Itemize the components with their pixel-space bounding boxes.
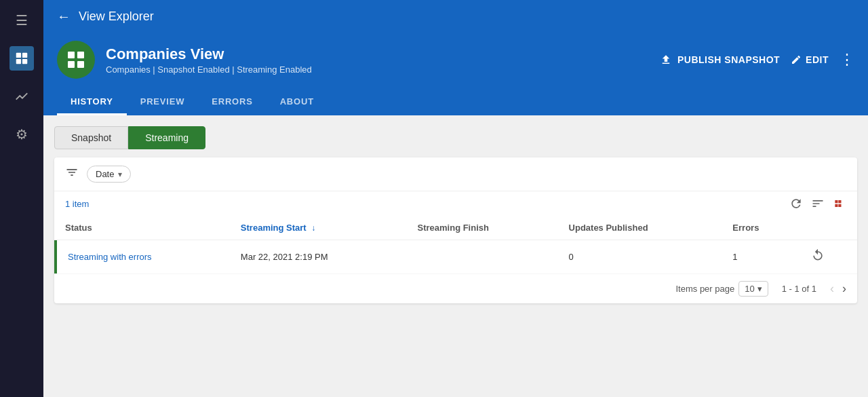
- page-info: 1 - 1 of 1: [782, 284, 816, 294]
- tab-preview[interactable]: PREVIEW: [127, 90, 199, 115]
- tab-about[interactable]: ABOUT: [267, 90, 328, 115]
- row-accent: [54, 240, 57, 273]
- svg-rect-0: [16, 53, 21, 58]
- sort-options-button[interactable]: [811, 197, 825, 210]
- items-per-page: Items per page 10 ▾: [676, 281, 768, 297]
- menu-icon[interactable]: ☰: [9, 8, 34, 33]
- date-filter[interactable]: Date ▾: [87, 166, 131, 183]
- table-card: Date ▾ 1 item: [54, 157, 857, 303]
- pagination-bar: Items per page 10 ▾ 1 - 1 of 1 ‹ ›: [54, 274, 857, 303]
- items-per-page-label: Items per page: [676, 284, 735, 294]
- sub-tabs: Snapshot Streaming: [54, 126, 857, 149]
- refresh-button[interactable]: [789, 197, 803, 210]
- cell-updates-published: 0: [558, 240, 722, 274]
- page-title: View Explorer: [79, 10, 154, 24]
- view-subtitle: Companies | Snapshot Enabled | Streaming…: [106, 64, 312, 75]
- col-status: Status: [54, 216, 230, 240]
- sidebar: ☰ ⚙: [0, 0, 43, 397]
- publish-snapshot-button[interactable]: PUBLISH SNAPSHOT: [660, 54, 780, 66]
- cell-status: Streaming with errors: [54, 240, 230, 274]
- date-filter-label: Date: [96, 169, 114, 179]
- col-actions: [800, 216, 857, 240]
- col-errors: Errors: [722, 216, 800, 240]
- svg-rect-1: [22, 53, 27, 58]
- data-table: Status Streaming Start ↓ Streaming Finis…: [54, 216, 857, 274]
- edit-button[interactable]: EDIT: [791, 54, 829, 65]
- tab-errors[interactable]: ERRORS: [198, 90, 266, 115]
- header-actions: PUBLISH SNAPSHOT EDIT ⋮: [660, 52, 854, 67]
- header-tabs: HISTORY PREVIEW ERRORS ABOUT: [57, 90, 854, 115]
- table-actions: [789, 197, 846, 210]
- col-streaming-finish: Streaming Finish: [407, 216, 558, 240]
- table-toolbar: Date ▾: [54, 157, 857, 191]
- per-page-value: 10: [745, 284, 754, 294]
- svg-rect-2: [16, 59, 21, 64]
- col-updates-published: Updates Published: [558, 216, 722, 240]
- sort-icon: ↓: [311, 223, 315, 233]
- sub-tab-snapshot[interactable]: Snapshot: [54, 126, 128, 149]
- view-icon: [57, 41, 95, 79]
- topbar: ← View Explorer: [43, 0, 868, 33]
- columns-button[interactable]: [833, 197, 846, 210]
- cell-errors: 1: [722, 240, 800, 274]
- table-info-bar: 1 item: [54, 191, 857, 216]
- cell-streaming-finish: [407, 240, 558, 274]
- main-content: ← View Explorer Companies View Companies…: [43, 0, 868, 397]
- content-area: Snapshot Streaming Date ▾ 1 item: [43, 115, 868, 397]
- view-title: Companies View: [106, 45, 312, 63]
- grid-icon[interactable]: [9, 46, 34, 71]
- sub-tab-streaming[interactable]: Streaming: [128, 126, 205, 149]
- cell-replay: [800, 240, 857, 274]
- replay-button[interactable]: [811, 248, 825, 265]
- svg-rect-7: [77, 61, 84, 68]
- col-streaming-start[interactable]: Streaming Start ↓: [230, 216, 407, 240]
- item-count: 1 item: [65, 199, 89, 209]
- chart-icon[interactable]: [9, 84, 34, 109]
- back-button[interactable]: ←: [57, 9, 71, 24]
- settings-icon[interactable]: ⚙: [9, 122, 34, 147]
- status-link[interactable]: Streaming with errors: [68, 252, 152, 262]
- svg-rect-6: [68, 61, 75, 68]
- per-page-select[interactable]: 10 ▾: [738, 281, 768, 297]
- header-left: Companies View Companies | Snapshot Enab…: [57, 41, 312, 79]
- filter-icon[interactable]: [65, 166, 79, 183]
- cell-streaming-start: Mar 22, 2021 2:19 PM: [230, 240, 407, 274]
- svg-rect-4: [68, 52, 75, 58]
- date-filter-arrow: ▾: [118, 170, 122, 179]
- header-top: Companies View Companies | Snapshot Enab…: [57, 41, 854, 79]
- svg-rect-3: [22, 59, 27, 64]
- prev-page-button[interactable]: ‹: [830, 282, 834, 296]
- view-info: Companies View Companies | Snapshot Enab…: [106, 45, 312, 75]
- more-options-button[interactable]: ⋮: [840, 52, 854, 67]
- next-page-button[interactable]: ›: [842, 282, 846, 296]
- per-page-arrow: ▾: [757, 284, 762, 294]
- table-row: Streaming with errors Mar 22, 2021 2:19 …: [54, 240, 857, 274]
- tab-history[interactable]: HISTORY: [57, 90, 127, 115]
- header: Companies View Companies | Snapshot Enab…: [43, 33, 868, 115]
- svg-rect-5: [77, 52, 84, 58]
